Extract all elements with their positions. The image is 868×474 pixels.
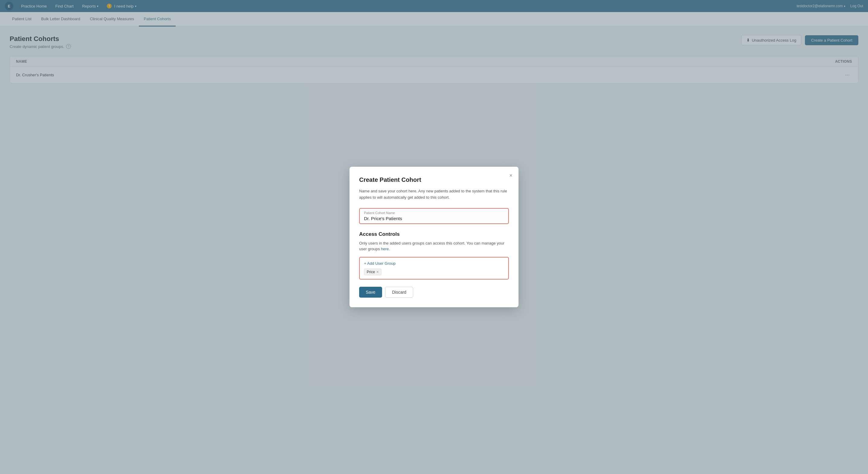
modal-overlay: × Create Patient Cohort Name and save yo… bbox=[0, 0, 868, 92]
